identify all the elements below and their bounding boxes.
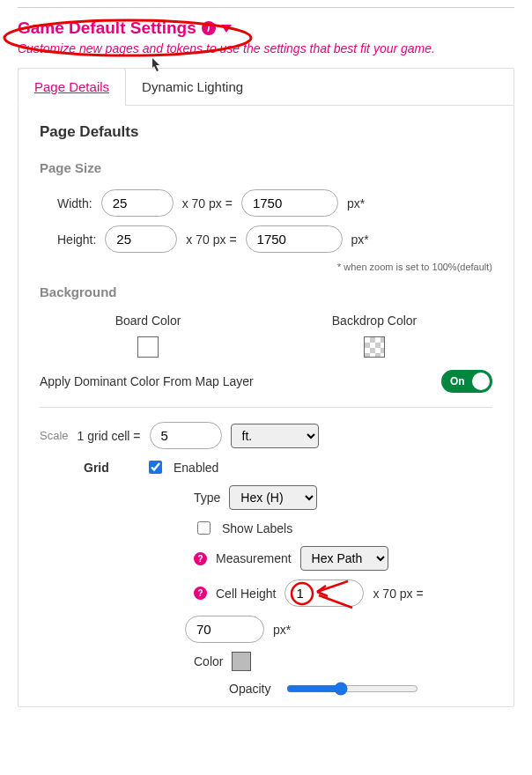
width-cells-input[interactable]	[101, 189, 174, 217]
cell-px-suffix: px*	[273, 623, 291, 637]
dominant-color-toggle[interactable]: On	[441, 370, 492, 393]
scale-equals: 1 grid cell =	[78, 429, 141, 443]
grid-enabled-checkbox[interactable]	[149, 461, 162, 474]
cell-px-input[interactable]	[185, 616, 264, 643]
grid-type-label: Type	[194, 491, 220, 505]
measurement-select[interactable]: Hex PathEuclideanManhattan	[300, 546, 388, 571]
grid-label: Grid	[84, 461, 137, 475]
board-color-label: Board Color	[115, 314, 181, 328]
info-icon[interactable]: i	[202, 21, 216, 35]
background-heading: Background	[40, 284, 492, 299]
backdrop-color-swatch[interactable]	[364, 336, 385, 358]
section-title[interactable]: Game Default Settings i	[18, 18, 232, 38]
width-row: Width: x 70 px = px*	[57, 189, 492, 217]
height-label: Height:	[57, 232, 96, 247]
toggle-knob	[472, 373, 490, 390]
scale-value-input[interactable]	[150, 422, 222, 449]
tab-dynamic-lighting[interactable]: Dynamic Lighting	[126, 69, 259, 105]
help-icon[interactable]: ?	[194, 587, 207, 600]
height-px-suffix: px*	[351, 232, 369, 247]
width-mult: x 70 px =	[182, 196, 233, 210]
page-size-heading: Page Size	[40, 160, 492, 175]
scale-label: Scale	[40, 429, 69, 442]
dominant-color-label: Apply Dominant Color From Map Layer	[40, 374, 254, 388]
opacity-slider[interactable]	[286, 682, 418, 696]
zoom-note: * when zoom is set to 100%(default)	[40, 262, 492, 272]
grid-color-label: Color	[194, 654, 223, 668]
opacity-label: Opacity	[229, 682, 270, 696]
grid-enabled-label: Enabled	[174, 461, 218, 475]
cell-mult: x 70 px =	[373, 587, 423, 601]
grid-color-swatch[interactable]	[232, 652, 251, 671]
cell-height-input[interactable]	[284, 579, 364, 607]
tab-page-details[interactable]: Page Details	[18, 68, 126, 106]
height-row: Height: x 70 px = px*	[57, 225, 492, 253]
show-labels-checkbox[interactable]	[197, 521, 211, 535]
page-defaults-heading: Page Defaults	[40, 123, 492, 141]
help-icon[interactable]: ?	[194, 552, 207, 565]
width-px-suffix: px*	[347, 196, 365, 210]
board-color-swatch[interactable]	[137, 336, 159, 358]
section-subtitle: Customize new pages and tokens to use th…	[18, 41, 514, 55]
width-px-input[interactable]	[241, 189, 338, 217]
height-px-input[interactable]	[246, 225, 343, 253]
cell-height-label: Cell Height	[216, 587, 276, 601]
scale-unit-select[interactable]: ft.m.km.mi.in.cm.un.sq.	[231, 424, 319, 448]
measurement-label: Measurement	[216, 551, 292, 565]
section-title-text: Game Default Settings	[18, 18, 196, 38]
width-label: Width:	[57, 196, 92, 210]
caret-down-icon[interactable]	[221, 25, 232, 33]
height-cells-input[interactable]	[105, 225, 177, 253]
show-labels-label: Show Labels	[222, 521, 292, 535]
grid-type-select[interactable]: SquareHex (V)Hex (H)	[229, 485, 317, 510]
height-mult: x 70 px =	[186, 232, 236, 247]
tabs: Page Details Dynamic Lighting	[18, 69, 514, 106]
backdrop-color-label: Backdrop Color	[332, 314, 417, 328]
